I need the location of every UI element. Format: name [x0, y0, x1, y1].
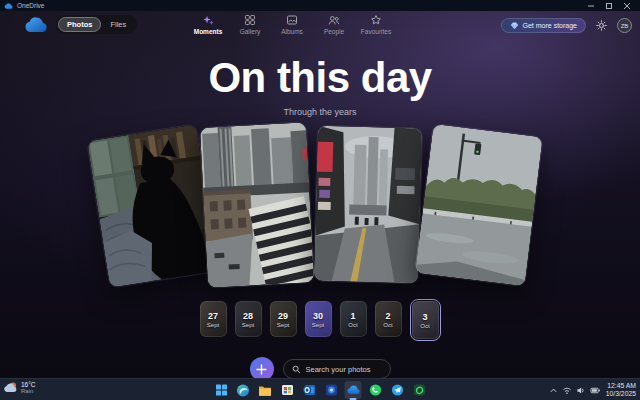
screen: OneDrive Photos Files	[0, 0, 640, 400]
windows-start-icon	[215, 384, 227, 396]
nav-tabs: Moments Gallery Albums	[192, 14, 392, 35]
edge-browser-icon[interactable]	[235, 381, 252, 399]
photos-app-icon[interactable]	[323, 381, 340, 399]
green-app-icon	[413, 384, 425, 396]
people-icon	[328, 14, 340, 26]
sparkle-icon	[202, 14, 214, 26]
photo-card-city[interactable]	[199, 121, 315, 288]
chip-day: 29	[278, 311, 288, 321]
close-button[interactable]	[618, 0, 636, 11]
onedrive-logo[interactable]	[24, 17, 48, 33]
tab-albums[interactable]: Albums	[276, 14, 308, 35]
whatsapp-phone-icon	[369, 384, 381, 396]
volume-icon[interactable]	[576, 386, 586, 395]
telegram-icon[interactable]	[389, 381, 406, 399]
app-header: Photos Files Moments Ga	[0, 11, 640, 44]
system-tray: 12:45 AM 10/3/2025	[549, 379, 638, 400]
premium-diamond-icon	[510, 22, 519, 30]
tab-albums-label: Albums	[281, 28, 303, 35]
folder-icon	[259, 385, 272, 396]
chip-month: Sept	[312, 322, 324, 328]
search-input[interactable]	[306, 365, 382, 374]
get-more-storage-label: Get more storage	[523, 22, 577, 29]
grid-icon	[244, 14, 256, 26]
battery-icon[interactable]	[590, 386, 601, 395]
toggle-files[interactable]: Files	[101, 17, 135, 32]
page-title: On this day	[0, 54, 640, 102]
outlook-envelope-icon	[303, 384, 316, 396]
memories-carousel	[0, 123, 640, 295]
photo-card-times-square[interactable]	[313, 125, 423, 285]
get-more-storage-button[interactable]: Get more storage	[501, 18, 586, 33]
date-chip-1-oct[interactable]: 1 Oct	[340, 301, 367, 337]
microsoft-store-icon[interactable]	[279, 381, 296, 399]
tab-gallery-label: Gallery	[240, 28, 261, 35]
chip-day: 28	[243, 311, 253, 321]
taskbar-clock[interactable]: 12:45 AM 10/3/2025	[606, 382, 638, 398]
minimize-button[interactable]	[582, 0, 600, 11]
chip-month: Oct	[348, 322, 357, 328]
chip-month: Oct	[383, 322, 392, 328]
tab-favourites-label: Favourites	[361, 28, 391, 35]
photos-icon	[325, 384, 337, 396]
chip-day: 3	[422, 312, 427, 322]
add-button[interactable]	[250, 357, 274, 378]
album-icon	[286, 14, 298, 26]
edge-icon	[237, 384, 250, 397]
chip-month: Sept	[242, 322, 254, 328]
onedrive-taskbar-icon[interactable]	[345, 381, 362, 399]
date-chip-29-sept[interactable]: 29 Sept	[270, 301, 297, 337]
green-swirl-app-icon[interactable]	[411, 381, 428, 399]
onedrive-cloud-icon	[346, 385, 360, 395]
settings-gear-icon[interactable]	[596, 20, 607, 31]
search-row	[0, 357, 640, 378]
tab-people-label: People	[324, 28, 344, 35]
chip-day: 27	[208, 311, 218, 321]
tray-chevron-up-icon[interactable]	[549, 386, 558, 395]
chip-day: 30	[313, 311, 323, 321]
clock-time: 12:45 AM	[606, 382, 636, 390]
plus-icon	[256, 364, 267, 375]
tab-gallery[interactable]: Gallery	[234, 14, 266, 35]
tab-favourites[interactable]: Favourites	[360, 14, 392, 35]
taskbar-apps	[213, 379, 428, 400]
photo-card-park[interactable]	[414, 123, 544, 288]
toggle-photos[interactable]: Photos	[58, 17, 101, 32]
weather-widget[interactable]: 16°C Rain	[3, 381, 36, 394]
search-icon	[292, 365, 301, 374]
account-avatar[interactable]: ZB	[617, 18, 632, 33]
paper-plane-icon	[391, 384, 403, 396]
weather-condition: Rain	[21, 388, 36, 394]
park-photo	[415, 124, 542, 286]
start-button[interactable]	[213, 381, 230, 399]
whatsapp-icon[interactable]	[367, 381, 384, 399]
chip-month: Oct	[420, 323, 429, 329]
windows-taskbar: 16°C Rain	[0, 378, 640, 400]
tab-moments[interactable]: Moments	[192, 14, 224, 35]
tab-people[interactable]: People	[318, 14, 350, 35]
clock-date: 10/3/2025	[606, 390, 636, 398]
date-strip: 27 Sept 28 Sept 29 Sept 30 Sept 1 Oct 2 …	[0, 301, 640, 345]
date-chip-3-oct-selected[interactable]: 3 Oct	[412, 301, 439, 339]
window-title: OneDrive	[17, 2, 44, 9]
times-square-photo	[314, 126, 422, 284]
file-explorer-icon[interactable]	[257, 381, 274, 399]
weather-icon	[3, 381, 18, 394]
date-chip-28-sept[interactable]: 28 Sept	[235, 301, 262, 337]
date-chip-2-oct[interactable]: 2 Oct	[375, 301, 402, 337]
onedrive-app: Photos Files Moments Ga	[0, 11, 640, 378]
chip-month: Sept	[207, 322, 219, 328]
tab-moments-label: Moments	[194, 28, 223, 35]
star-icon	[370, 14, 382, 26]
window-titlebar: OneDrive	[0, 0, 640, 11]
date-chip-27-sept[interactable]: 27 Sept	[200, 301, 227, 337]
search-bar[interactable]	[283, 359, 391, 378]
maximize-button[interactable]	[600, 0, 618, 11]
chip-day: 1	[350, 311, 355, 321]
date-chip-30-sept[interactable]: 30 Sept	[305, 301, 332, 337]
outlook-icon[interactable]	[301, 381, 318, 399]
date-chip-selected-ring: 3 Oct	[410, 299, 441, 341]
store-icon	[281, 384, 293, 396]
wifi-icon[interactable]	[562, 386, 572, 395]
onedrive-titlebar-icon	[4, 3, 13, 9]
